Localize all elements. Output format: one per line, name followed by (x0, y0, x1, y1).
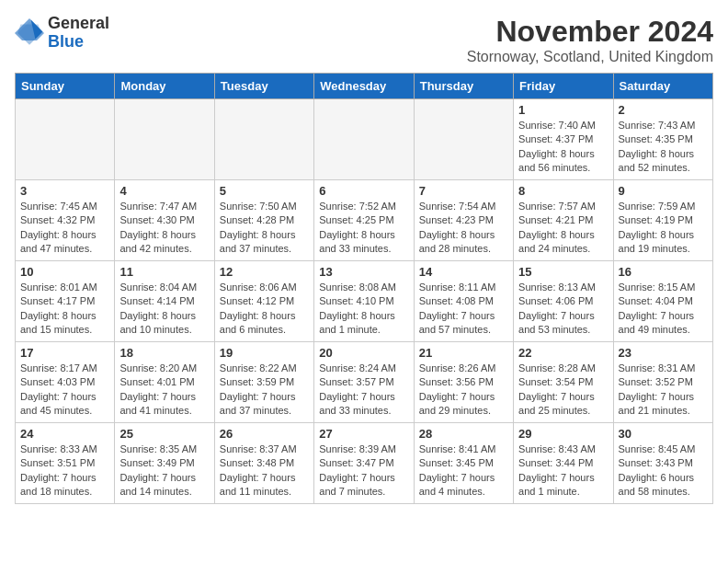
calendar-cell: 1Sunrise: 7:40 AM Sunset: 4:37 PM Daylig… (514, 99, 613, 180)
day-number: 18 (119, 346, 209, 360)
day-number: 24 (20, 427, 109, 441)
day-number: 8 (518, 184, 608, 198)
day-info: Sunrise: 8:24 AM Sunset: 3:57 PM Dayligh… (319, 362, 408, 419)
day-info: Sunrise: 7:40 AM Sunset: 4:37 PM Dayligh… (518, 119, 608, 176)
calendar-body: 1Sunrise: 7:40 AM Sunset: 4:37 PM Daylig… (16, 99, 713, 504)
day-number: 3 (20, 184, 109, 198)
calendar-cell (16, 99, 115, 180)
calendar-cell: 18Sunrise: 8:20 AM Sunset: 4:01 PM Dayli… (115, 342, 214, 423)
calendar-cell: 4Sunrise: 7:47 AM Sunset: 4:30 PM Daylig… (115, 180, 214, 261)
calendar-table: SundayMondayTuesdayWednesdayThursdayFrid… (15, 73, 713, 504)
calendar-cell: 23Sunrise: 8:31 AM Sunset: 3:52 PM Dayli… (613, 342, 712, 423)
day-info: Sunrise: 8:06 AM Sunset: 4:12 PM Dayligh… (220, 281, 309, 338)
day-info: Sunrise: 8:37 AM Sunset: 3:48 PM Dayligh… (220, 442, 309, 500)
header-monday: Monday (115, 74, 214, 99)
day-number: 22 (518, 346, 608, 360)
logo-blue: Blue (48, 33, 109, 52)
day-number: 14 (419, 265, 508, 279)
day-info: Sunrise: 8:45 AM Sunset: 3:43 PM Dayligh… (619, 442, 708, 500)
day-number: 5 (220, 184, 309, 198)
logo: General Blue (15, 15, 109, 52)
logo-text: General Blue (48, 15, 109, 52)
header-friday: Friday (514, 74, 613, 99)
day-info: Sunrise: 8:33 AM Sunset: 3:51 PM Dayligh… (20, 442, 109, 500)
day-info: Sunrise: 8:43 AM Sunset: 3:44 PM Dayligh… (518, 442, 608, 500)
day-info: Sunrise: 8:04 AM Sunset: 4:14 PM Dayligh… (119, 281, 209, 338)
day-number: 27 (319, 427, 408, 441)
day-info: Sunrise: 8:22 AM Sunset: 3:59 PM Dayligh… (220, 362, 309, 419)
calendar-week-3: 17Sunrise: 8:17 AM Sunset: 4:03 PM Dayli… (16, 342, 713, 423)
calendar-week-1: 3Sunrise: 7:45 AM Sunset: 4:32 PM Daylig… (16, 180, 713, 261)
calendar-week-2: 10Sunrise: 8:01 AM Sunset: 4:17 PM Dayli… (16, 261, 713, 342)
calendar-cell: 7Sunrise: 7:54 AM Sunset: 4:23 PM Daylig… (414, 180, 513, 261)
month-year-title: November 2024 (467, 15, 713, 49)
day-number: 25 (119, 427, 209, 441)
day-info: Sunrise: 7:50 AM Sunset: 4:28 PM Dayligh… (220, 200, 309, 257)
calendar-cell: 16Sunrise: 8:15 AM Sunset: 4:04 PM Dayli… (613, 261, 712, 342)
calendar-cell: 3Sunrise: 7:45 AM Sunset: 4:32 PM Daylig… (16, 180, 115, 261)
day-info: Sunrise: 8:28 AM Sunset: 3:54 PM Dayligh… (518, 362, 608, 419)
calendar-cell: 29Sunrise: 8:43 AM Sunset: 3:44 PM Dayli… (514, 423, 613, 504)
day-info: Sunrise: 8:20 AM Sunset: 4:01 PM Dayligh… (119, 362, 209, 419)
header-tuesday: Tuesday (214, 74, 313, 99)
day-info: Sunrise: 8:13 AM Sunset: 4:06 PM Dayligh… (518, 281, 608, 338)
day-number: 9 (619, 184, 708, 198)
day-number: 20 (319, 346, 408, 360)
calendar-cell: 14Sunrise: 8:11 AM Sunset: 4:08 PM Dayli… (414, 261, 513, 342)
day-info: Sunrise: 8:26 AM Sunset: 3:56 PM Dayligh… (419, 362, 508, 419)
title-block: November 2024 Stornoway, Scotland, Unite… (467, 15, 713, 65)
day-number: 1 (518, 103, 608, 117)
day-number: 23 (619, 346, 708, 360)
calendar-cell: 17Sunrise: 8:17 AM Sunset: 4:03 PM Dayli… (16, 342, 115, 423)
logo-icon (15, 18, 44, 48)
calendar-cell: 28Sunrise: 8:41 AM Sunset: 3:45 PM Dayli… (414, 423, 513, 504)
day-number: 12 (220, 265, 309, 279)
day-number: 21 (419, 346, 508, 360)
day-number: 17 (20, 346, 109, 360)
day-number: 4 (119, 184, 209, 198)
day-number: 26 (220, 427, 309, 441)
day-number: 11 (119, 265, 209, 279)
calendar-cell: 24Sunrise: 8:33 AM Sunset: 3:51 PM Dayli… (16, 423, 115, 504)
day-info: Sunrise: 7:57 AM Sunset: 4:21 PM Dayligh… (518, 200, 608, 257)
calendar-cell: 27Sunrise: 8:39 AM Sunset: 3:47 PM Dayli… (314, 423, 414, 504)
day-number: 13 (319, 265, 408, 279)
day-number: 29 (518, 427, 608, 441)
day-info: Sunrise: 8:08 AM Sunset: 4:10 PM Dayligh… (319, 281, 408, 338)
header-row: SundayMondayTuesdayWednesdayThursdayFrid… (16, 74, 713, 99)
calendar-cell: 20Sunrise: 8:24 AM Sunset: 3:57 PM Dayli… (314, 342, 414, 423)
day-number: 2 (619, 103, 708, 117)
calendar-cell (314, 99, 414, 180)
header-saturday: Saturday (613, 74, 712, 99)
day-info: Sunrise: 8:35 AM Sunset: 3:49 PM Dayligh… (119, 442, 209, 500)
calendar-cell: 25Sunrise: 8:35 AM Sunset: 3:49 PM Dayli… (115, 423, 214, 504)
day-info: Sunrise: 8:11 AM Sunset: 4:08 PM Dayligh… (419, 281, 508, 338)
day-number: 30 (619, 427, 708, 441)
day-info: Sunrise: 7:45 AM Sunset: 4:32 PM Dayligh… (20, 200, 109, 257)
day-number: 6 (319, 184, 408, 198)
calendar-cell: 2Sunrise: 7:43 AM Sunset: 4:35 PM Daylig… (613, 99, 712, 180)
calendar-cell: 8Sunrise: 7:57 AM Sunset: 4:21 PM Daylig… (514, 180, 613, 261)
header-wednesday: Wednesday (314, 74, 414, 99)
day-info: Sunrise: 8:31 AM Sunset: 3:52 PM Dayligh… (619, 362, 708, 419)
day-number: 28 (419, 427, 508, 441)
day-number: 7 (419, 184, 508, 198)
page-header: General Blue November 2024 Stornoway, Sc… (15, 15, 713, 65)
calendar-cell: 13Sunrise: 8:08 AM Sunset: 4:10 PM Dayli… (314, 261, 414, 342)
day-info: Sunrise: 8:15 AM Sunset: 4:04 PM Dayligh… (619, 281, 708, 338)
day-info: Sunrise: 7:52 AM Sunset: 4:25 PM Dayligh… (319, 200, 408, 257)
calendar-cell: 5Sunrise: 7:50 AM Sunset: 4:28 PM Daylig… (214, 180, 313, 261)
header-sunday: Sunday (16, 74, 115, 99)
calendar-week-0: 1Sunrise: 7:40 AM Sunset: 4:37 PM Daylig… (16, 99, 713, 180)
calendar-cell: 30Sunrise: 8:45 AM Sunset: 3:43 PM Dayli… (613, 423, 712, 504)
header-thursday: Thursday (414, 74, 513, 99)
day-info: Sunrise: 7:47 AM Sunset: 4:30 PM Dayligh… (119, 200, 209, 257)
calendar-week-4: 24Sunrise: 8:33 AM Sunset: 3:51 PM Dayli… (16, 423, 713, 504)
calendar-cell: 10Sunrise: 8:01 AM Sunset: 4:17 PM Dayli… (16, 261, 115, 342)
calendar-cell: 15Sunrise: 8:13 AM Sunset: 4:06 PM Dayli… (514, 261, 613, 342)
calendar-cell (414, 99, 513, 180)
calendar-header: SundayMondayTuesdayWednesdayThursdayFrid… (16, 74, 713, 99)
day-number: 16 (619, 265, 708, 279)
day-info: Sunrise: 8:41 AM Sunset: 3:45 PM Dayligh… (419, 442, 508, 500)
day-info: Sunrise: 8:39 AM Sunset: 3:47 PM Dayligh… (319, 442, 408, 500)
